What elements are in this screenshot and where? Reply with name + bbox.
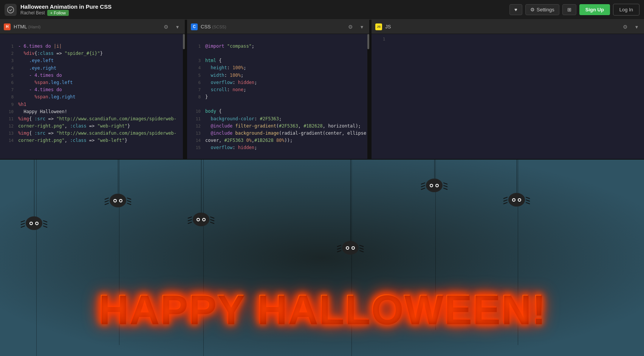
html-panel: H HTML (Haml) ⚙ ▾ 1- 6.times do |i| 2 %d… xyxy=(0,20,185,159)
css-header: C CSS (SCSS) ⚙ ▾ xyxy=(187,20,369,34)
spider-4 xyxy=(342,160,359,255)
js-header: JS JS ⚙ ▾ xyxy=(372,20,644,34)
js-panel: JS JS ⚙ ▾ 1 xyxy=(372,20,644,159)
js-expand-btn[interactable]: ▾ xyxy=(633,23,640,31)
svg-point-0 xyxy=(8,6,14,13)
html-code-area[interactable]: 1- 6.times do |i| 2 %div{:class => "spid… xyxy=(0,34,185,159)
settings-label: Settings xyxy=(537,7,554,12)
grid-button[interactable]: ⊞ xyxy=(562,4,576,15)
spider-3 xyxy=(193,160,209,226)
heart-icon: ♥ xyxy=(514,7,517,12)
login-button[interactable]: Log In xyxy=(613,4,639,16)
js-code-area[interactable]: 1 xyxy=(372,34,644,159)
js-icon: JS xyxy=(375,23,382,30)
spider-6 xyxy=(508,160,525,207)
css-settings-btn[interactable]: ⚙ xyxy=(346,23,355,31)
css-code-area[interactable]: 1@import "compass"; 3html { 4 height: 10… xyxy=(187,34,369,159)
css-expand-btn[interactable]: ▾ xyxy=(358,23,365,31)
spider-5 xyxy=(426,160,443,192)
html-header: H HTML (Haml) ⚙ ▾ xyxy=(0,20,185,34)
spider-1 xyxy=(26,160,42,230)
logo xyxy=(5,4,17,16)
grid-icon: ⊞ xyxy=(567,7,571,12)
spider-2 xyxy=(110,160,126,207)
title-section: Halloween Animation in Pure CSS Rachel B… xyxy=(20,3,509,16)
html-expand-btn[interactable]: ▾ xyxy=(174,23,181,31)
css-panel: C CSS (SCSS) ⚙ ▾ 1@import "compass"; 3ht… xyxy=(187,20,370,159)
html-icon: H xyxy=(4,23,11,30)
css-lang-label: CSS (SCSS) xyxy=(201,24,226,30)
html-lang-label: HTML (Haml) xyxy=(14,24,41,30)
top-actions: ♥ ⚙ Settings ⊞ Sign Up Log In xyxy=(509,4,639,16)
editors-area: H HTML (Haml) ⚙ ▾ 1- 6.times do |i| 2 %d… xyxy=(0,20,644,160)
halloween-text-span: HAPPY HALLOWEEN! xyxy=(98,285,546,333)
html-settings-btn[interactable]: ⚙ xyxy=(161,23,171,31)
css-icon: C xyxy=(191,23,198,30)
js-settings-btn[interactable]: ⚙ xyxy=(621,23,630,31)
preview-area: HAPPY HALLOWEEN! xyxy=(0,160,644,356)
settings-button[interactable]: ⚙ Settings xyxy=(525,4,559,15)
follow-button[interactable]: + Follow xyxy=(47,10,69,16)
topbar: Halloween Animation in Pure CSS Rachel B… xyxy=(0,0,644,20)
halloween-text: HAPPY HALLOWEEN! xyxy=(98,285,546,333)
gear-icon: ⚙ xyxy=(530,7,535,12)
author-name: Rachel Best xyxy=(20,10,45,16)
author-section: Rachel Best + Follow xyxy=(20,10,509,16)
js-lang-label: JS xyxy=(385,24,391,30)
heart-button[interactable]: ♥ xyxy=(509,4,522,15)
page-title: Halloween Animation in Pure CSS xyxy=(20,3,509,10)
signup-button[interactable]: Sign Up xyxy=(579,4,610,15)
